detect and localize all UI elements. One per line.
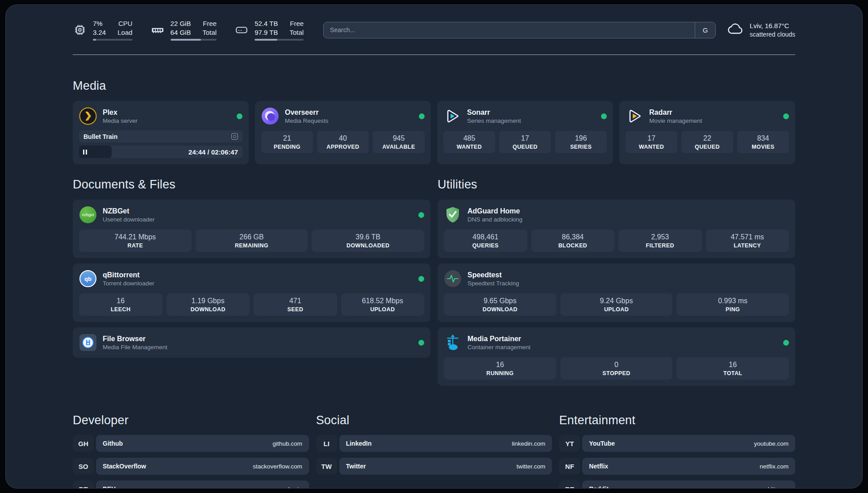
plex-card[interactable]: Plex Media server Bullet Train 24:44 / 0… <box>73 101 249 164</box>
link-url: github.com <box>273 440 302 447</box>
portainer-logo-icon <box>444 334 462 351</box>
link-row-netflix[interactable]: NF Netflix netflix.com <box>559 458 795 475</box>
sonarr-logo-icon <box>443 107 461 125</box>
qbittorrent-card[interactable]: qb qBittorrent Torrent downloader 16LEEC… <box>73 263 430 322</box>
memory-progress-bar <box>171 39 217 41</box>
link-row-dev[interactable]: DT DEV dev.to <box>73 480 309 489</box>
memory-free-label: Free <box>202 19 217 28</box>
app-subtitle: Media Requests <box>285 117 329 124</box>
app-name: Media Portainer <box>467 335 530 343</box>
media-grid: Plex Media server Bullet Train 24:44 / 0… <box>73 101 795 164</box>
disk-total-value: 97.9 TB <box>255 28 278 37</box>
section-developer: Developer GH Github github.com SO StackO… <box>73 414 309 489</box>
nzbget-card[interactable]: nzbget NZBGet Usenet downloader 744.21 M… <box>73 200 430 258</box>
link-row-github[interactable]: GH Github github.com <box>73 435 309 452</box>
overseerr-card[interactable]: Overseerr Media Requests 21PENDING 40APP… <box>255 101 431 164</box>
stat-upload: 618.52 MbpsUPLOAD <box>341 293 425 316</box>
link-url: reddit.com <box>760 486 789 489</box>
memory-icon <box>150 23 165 37</box>
cpu-load-value: 3.24 <box>93 28 106 37</box>
stat-leech: 16LEECH <box>79 293 163 316</box>
app-name: Speedtest <box>467 271 519 279</box>
portainer-card[interactable]: Media Portainer Container management 16R… <box>438 327 795 386</box>
speedtest-card[interactable]: Speedtest Speedtest Tracking 9.65 GbpsDO… <box>438 263 795 322</box>
svg-text:nzbget: nzbget <box>82 213 94 217</box>
weather-condition: scattered clouds <box>750 30 795 39</box>
stat-stopped: 0STOPPED <box>560 357 673 380</box>
app-name: Sonarr <box>467 109 521 117</box>
dashboard-panel: 7% 3.24 CPU Load <box>5 4 863 489</box>
playback-time: 24:44 / 02:06:47 <box>188 146 238 158</box>
stat-ping: 0.993 msPING <box>676 293 789 316</box>
stat-available: 945AVAILABLE <box>373 131 425 153</box>
header: 7% 3.24 CPU Load <box>73 17 795 42</box>
cast-icon[interactable] <box>231 133 238 140</box>
section-title-entertainment: Entertainment <box>559 414 795 427</box>
section-entertainment: Entertainment YT YouTube youtube.com NF … <box>559 414 795 489</box>
cpu-usage-label: CPU <box>117 19 132 28</box>
memory-stat: 22 GiB 64 GiB Free Total <box>150 19 217 41</box>
radarr-card[interactable]: Radarr Movie management 17WANTED 22QUEUE… <box>619 101 795 164</box>
link-abbr-badge: LI <box>316 435 337 452</box>
link-row-linkedin[interactable]: LI LinkedIn linkedin.com <box>316 435 552 452</box>
link-abbr-badge: SO <box>73 458 94 475</box>
status-online-dot <box>418 276 424 282</box>
sonarr-card[interactable]: Sonarr Series management 485WANTED 17QUE… <box>437 101 613 164</box>
link-name: Netflix <box>589 463 608 470</box>
section-documents: Documents & Files nzbget NZBGet <box>73 178 430 358</box>
pause-icon[interactable] <box>83 150 87 155</box>
stat-total: 16TOTAL <box>676 357 789 380</box>
app-subtitle: Torrent downloader <box>103 280 154 287</box>
stat-downloaded: 39.6 TBDOWNLOADED <box>312 230 424 252</box>
link-row-reddit[interactable]: RE Reddit reddit.com <box>559 480 795 489</box>
stat-seed: 471SEED <box>254 293 337 316</box>
qbittorrent-logo-icon: qb <box>79 270 97 288</box>
stat-upload: 9.24 GbpsUPLOAD <box>560 293 673 316</box>
link-row-youtube[interactable]: YT YouTube youtube.com <box>559 435 795 452</box>
link-name: Reddit <box>589 485 609 489</box>
link-name: StackOverflow <box>103 463 146 470</box>
filebrowser-card[interactable]: File Browser Media File Management <box>73 327 430 358</box>
playback-progress-bar[interactable]: 24:44 / 02:06:47 <box>79 146 242 158</box>
header-divider <box>73 54 795 55</box>
stat-download: 9.65 GbpsDOWNLOAD <box>444 293 556 316</box>
disk-free-value: 52.4 TB <box>255 19 278 28</box>
adguard-card[interactable]: AdGuard Home DNS and adblocking 498,461Q… <box>438 200 795 258</box>
plex-logo-icon <box>79 107 97 125</box>
status-online-dot <box>783 113 789 119</box>
app-subtitle: Media File Management <box>103 344 167 351</box>
stat-series: 196SERIES <box>555 131 607 153</box>
link-abbr-badge: GH <box>73 435 94 452</box>
link-abbr-badge: TW <box>316 458 337 475</box>
stat-approved: 40APPROVED <box>317 131 369 153</box>
link-row-stackoverflow[interactable]: SO StackOverflow stackoverflow.com <box>73 458 309 475</box>
cpu-progress-bar <box>93 39 133 41</box>
section-utilities: Utilities AdGuard Home D <box>438 178 795 386</box>
search-input[interactable] <box>324 26 695 33</box>
adguard-logo-icon <box>444 206 462 224</box>
app-name: qBittorrent <box>103 271 154 279</box>
now-playing-title: Bullet Train <box>83 133 117 140</box>
section-social: Social LI LinkedIn linkedin.com TW Twitt… <box>316 414 552 475</box>
stat-queries: 498,461QUERIES <box>444 230 527 252</box>
app-subtitle: Container management <box>467 344 530 351</box>
filebrowser-logo-icon <box>79 334 97 351</box>
section-title-media: Media <box>73 79 795 93</box>
link-url: twitter.com <box>517 463 546 470</box>
link-url: youtube.com <box>754 440 789 447</box>
link-name: LinkedIn <box>346 440 372 447</box>
link-abbr-badge: NF <box>559 458 580 475</box>
app-subtitle: Usenet downloader <box>103 216 154 223</box>
search-provider-button[interactable]: G <box>695 22 715 38</box>
app-subtitle: Series management <box>467 117 521 124</box>
nzbget-logo-icon: nzbget <box>79 206 97 224</box>
playback-elapsed <box>79 146 112 158</box>
link-name: Twitter <box>346 463 366 470</box>
stat-rate: 744.21 MbpsRATE <box>79 230 192 252</box>
link-row-twitter[interactable]: TW Twitter twitter.com <box>316 458 552 475</box>
radarr-logo-icon <box>626 107 643 125</box>
cpu-stat: 7% 3.24 CPU Load <box>73 19 133 41</box>
link-name: DEV <box>103 485 116 489</box>
disk-total-label: Total <box>289 28 304 37</box>
app-name: NZBGet <box>103 207 154 215</box>
